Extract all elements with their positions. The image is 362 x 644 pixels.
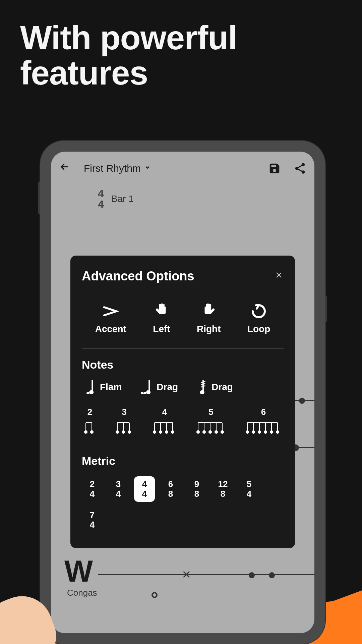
metric-4-4[interactable]: 44 [134,476,155,502]
timesig-bottom: 4 [98,199,104,210]
metric-5-4[interactable]: 54 [239,476,259,502]
metric-row: 24344468981285474 [82,476,284,533]
metric-bottom: 8 [221,489,225,499]
hero-heading: With powerful features [0,0,362,91]
tuplet-number: 5 [208,407,213,417]
svg-point-8 [141,392,144,394]
tuplet-number: 3 [122,407,126,417]
note-head[interactable] [249,572,255,578]
drag-label-1: Drag [157,382,178,392]
metric-6-8[interactable]: 68 [160,476,181,502]
metric-bottom: 4 [90,520,95,530]
metric-bottom: 4 [142,489,147,499]
loop-option[interactable]: Loop [247,303,270,334]
dialog-title: Advanced Options [82,269,194,283]
close-icon[interactable] [274,270,284,282]
note-head[interactable] [299,398,305,404]
track-label: Congas [67,588,97,598]
svg-point-2 [302,170,305,173]
note-cross[interactable]: ✕ [182,568,191,581]
phone-volume-button [38,181,40,215]
drag-icon [140,380,152,394]
advanced-options-dialog: Advanced Options Accent Left [70,256,295,548]
metric-12-8[interactable]: 128 [213,476,233,502]
svg-point-1 [295,167,299,170]
drag-option-1[interactable]: Drag [140,380,178,394]
chevron-down-icon[interactable] [144,164,151,173]
metric-3-4[interactable]: 34 [108,476,129,502]
note-ring[interactable] [152,592,158,598]
svg-point-7 [146,390,150,394]
accent-label: Accent [95,324,126,334]
metric-bottom: 8 [168,489,173,499]
hand-left-icon [153,303,170,320]
metric-top: 4 [142,479,147,489]
right-option[interactable]: Right [197,303,221,334]
loop-icon [250,303,267,320]
drag-option-2[interactable]: Drag [197,380,233,394]
accent-option[interactable]: Accent [95,303,126,334]
tuplet-beam-icon [83,421,97,434]
left-option[interactable]: Left [153,303,170,334]
metric-top: 7 [90,510,95,520]
metric-bottom: 4 [90,489,95,499]
flam-option[interactable]: Flam [86,380,122,394]
timesig-top: 4 [98,188,104,199]
right-label: Right [197,324,221,334]
divider [82,348,284,349]
notes-heading: Notes [82,358,284,371]
tuplet-6[interactable]: 6 [245,407,282,434]
tuplet-number: 4 [162,407,167,417]
tuplet-3[interactable]: 3 [115,407,134,434]
tuplet-number: 2 [87,407,92,417]
tuplet-row: 23456 [82,407,284,434]
tuplet-5[interactable]: 5 [195,407,227,434]
share-icon[interactable] [294,162,306,175]
metric-bottom: 4 [116,489,121,499]
tuplet-beam-icon [245,421,282,434]
metric-top: 12 [218,479,228,489]
metric-2-4[interactable]: 24 [82,476,103,502]
quick-actions-row: Accent Left Right [82,303,284,334]
hand-right-icon [200,303,217,320]
drag-buzz-icon [197,380,207,394]
metric-top: 3 [116,479,121,489]
tuplet-4[interactable]: 4 [152,407,177,434]
metric-top: 2 [90,479,95,489]
time-signature[interactable]: 4 4 Bar 1 [51,188,314,210]
left-label: Left [153,324,170,334]
svg-point-9 [144,392,146,394]
hero-line-2: features [20,55,362,91]
loop-label: Loop [247,324,270,334]
phone-power-button [325,295,327,322]
flam-label: Flam [100,382,122,392]
metric-9-8[interactable]: 98 [186,476,207,502]
phone-screen: First Rhythm 4 4 Bar 1 [51,152,314,633]
svg-point-0 [302,163,305,166]
metric-heading: Metric [82,454,284,468]
bar-label: Bar 1 [111,194,134,204]
note-ornaments-row: Flam Drag Drag [82,380,284,394]
metric-bottom: 4 [247,489,251,499]
tuplet-number: 6 [261,407,266,417]
note-head[interactable] [269,572,275,578]
svg-point-5 [86,392,89,394]
metric-top: 6 [168,479,173,489]
tuplet-beam-icon [195,421,227,434]
back-arrow-icon[interactable] [59,161,70,175]
metric-7-4[interactable]: 74 [82,507,103,533]
save-icon[interactable] [268,162,281,175]
staff-line-3[interactable]: ✕ [98,574,314,575]
drag-label-2: Drag [212,382,233,392]
divider [82,445,284,445]
accent-icon [102,303,119,320]
tuplet-beam-icon [115,421,134,434]
metric-top: 5 [247,479,251,489]
document-title[interactable]: First Rhythm [84,163,141,174]
hero-line-1: With powerful [20,20,362,55]
metric-top: 9 [194,479,199,489]
phone-frame: First Rhythm 4 4 Bar 1 [40,141,325,644]
tuplet-beam-icon [152,421,177,434]
tuplet-2[interactable]: 2 [83,407,97,434]
metric-bottom: 8 [194,489,199,499]
